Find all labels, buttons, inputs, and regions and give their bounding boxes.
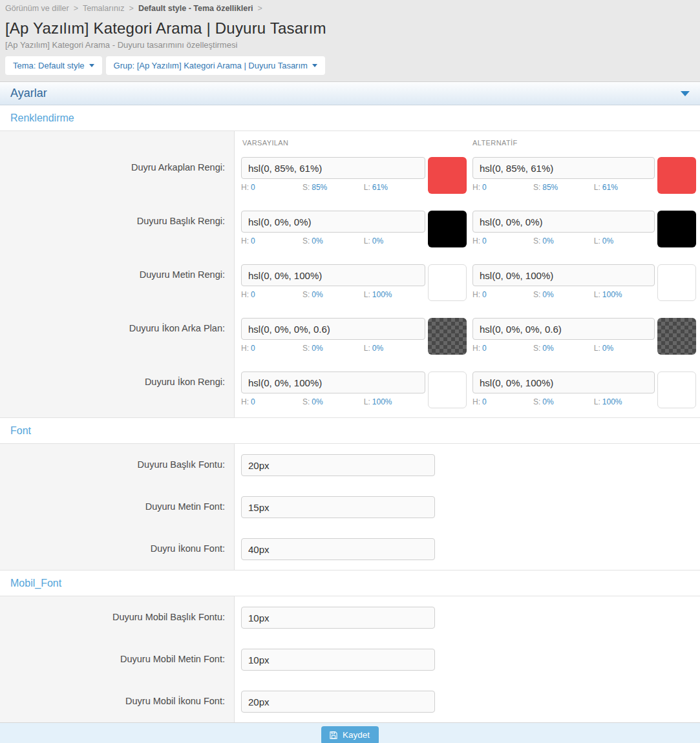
font-size-input[interactable] — [241, 691, 435, 713]
toolbar: Tema: Default style Grup: [Ap Yazılım] K… — [5, 56, 694, 81]
color-row-arkaplan: Duyru Arkaplan Rengi: H:0 S:85% L:61% — [0, 149, 700, 203]
color-input-default[interactable] — [241, 264, 425, 286]
save-floppy-icon — [329, 731, 338, 740]
color-swatch[interactable] — [657, 157, 696, 194]
color-input-alternate[interactable] — [472, 372, 655, 393]
font-size-input[interactable] — [241, 454, 435, 476]
font-size-input[interactable] — [241, 649, 435, 671]
section-title-mobil-font: Mobil_Font — [0, 570, 700, 596]
color-swatch[interactable] — [428, 211, 467, 247]
color-swatch[interactable] — [657, 372, 696, 408]
color-row-metin: Duyuru Metin Rengi: H:0 S:0% L:100% — [0, 256, 700, 310]
default-color-group: H:0 S:0% L:100% — [241, 264, 467, 310]
page-subtitle: [Ap Yazılım] Kategori Arama - Duyuru tas… — [5, 39, 694, 56]
breadcrumb: Görünüm ve diller>Temalarınız>Default st… — [5, 3, 694, 17]
mobil-font-row-baslik: Duyuru Mobil Başlık Fontu: — [0, 596, 700, 638]
font-row-baslik: Duyuru Başlık Fontu: — [0, 444, 700, 486]
default-color-group: H:0 S:0% L:100% — [241, 372, 467, 417]
page-title: [Ap Yazılım] Kategori Arama | Duyuru Tas… — [5, 17, 694, 39]
font-row-metin: Duyuru Metin Font: — [0, 486, 700, 528]
field-label: Duyuru Metin Rengi: — [0, 256, 235, 310]
color-input-default[interactable] — [241, 318, 425, 340]
color-swatch[interactable] — [428, 264, 467, 301]
color-row-ikon-arkaplan: Duyuru İkon Arka Plan: H:0 S:0% L:0% — [0, 310, 700, 364]
alternate-color-group: H:0 S:85% L:61% — [472, 157, 696, 203]
default-color-group: H:0 S:85% L:61% — [241, 157, 467, 203]
color-swatch[interactable] — [428, 157, 467, 194]
field-label: Duyuru Başlık Fontu: — [0, 444, 235, 486]
panel-header-ayarlar[interactable]: Ayarlar — [0, 82, 700, 105]
caret-down-icon — [89, 64, 94, 67]
color-input-alternate[interactable] — [472, 157, 655, 179]
panel-title: Ayarlar — [10, 87, 47, 100]
mobil-font-row-metin: Duyuru Mobil Metin Font: — [0, 638, 700, 680]
field-label: Duyru İkonu Font: — [0, 528, 235, 570]
save-button[interactable]: Kaydet — [321, 726, 379, 743]
breadcrumb-separator: > — [258, 4, 262, 13]
color-input-alternate[interactable] — [472, 264, 655, 286]
color-swatch[interactable] — [657, 264, 696, 301]
column-header-row: VARSAYILAN ALTERNATİF — [0, 131, 700, 149]
group-dropdown-button[interactable]: Grup: [Ap Yazılım] Kategori Arama | Duyu… — [106, 56, 325, 75]
color-input-alternate[interactable] — [472, 318, 655, 340]
breadcrumb-separator: > — [74, 4, 78, 13]
font-size-input[interactable] — [241, 538, 435, 560]
theme-dropdown-label: Tema: Default style — [13, 61, 85, 70]
breadcrumb-item[interactable]: Görünüm ve diller — [5, 4, 69, 13]
column-header-alternate: ALTERNATİF — [472, 139, 518, 147]
chevron-down-icon[interactable] — [681, 91, 690, 96]
color-input-default[interactable] — [241, 372, 425, 393]
field-label: Duyuru Mobil Metin Font: — [0, 638, 235, 680]
field-label: Duyuru Mobil Başlık Fontu: — [0, 596, 235, 638]
hsl-caption: H:0 S:0% L:0% — [472, 236, 655, 246]
color-input-alternate[interactable] — [472, 211, 655, 233]
page-header: Görünüm ve diller>Temalarınız>Default st… — [0, 0, 700, 81]
save-button-label: Kaydet — [343, 730, 370, 740]
color-swatch[interactable] — [657, 211, 696, 247]
hsl-caption: H:0 S:85% L:61% — [241, 183, 425, 192]
hsl-caption: H:0 S:0% L:100% — [241, 290, 425, 299]
hsl-caption: H:0 S:0% L:0% — [241, 236, 425, 246]
color-swatch[interactable] — [428, 372, 467, 408]
group-dropdown-label: Grup: [Ap Yazılım] Kategori Arama | Duyu… — [114, 61, 308, 70]
settings-panel: Ayarlar Renklendirme VARSAYILAN ALTERNAT… — [0, 81, 700, 743]
breadcrumb-separator: > — [129, 4, 134, 13]
hsl-caption: H:0 S:0% L:100% — [241, 397, 425, 406]
theme-dropdown-button[interactable]: Tema: Default style — [5, 56, 102, 75]
font-size-input[interactable] — [241, 496, 435, 518]
hsl-caption: H:0 S:0% L:100% — [472, 397, 655, 406]
alternate-color-group: H:0 S:0% L:100% — [472, 372, 696, 417]
field-label: Duyuru Başlık Rengi: — [0, 203, 235, 256]
hsl-caption: H:0 S:0% L:0% — [472, 344, 655, 353]
field-label: Duyru Arkaplan Rengi: — [0, 149, 235, 203]
color-input-default[interactable] — [241, 157, 425, 179]
field-label: Duyru Mobil İkonu Font: — [0, 680, 235, 722]
section-title-font: Font — [0, 417, 700, 444]
hsl-caption: H:0 S:0% L:100% — [472, 290, 655, 299]
default-color-group: H:0 S:0% L:0% — [241, 211, 467, 256]
breadcrumb-item[interactable]: Temalarınız — [83, 4, 125, 13]
label-column-spacer — [0, 131, 235, 149]
save-bar: Kaydet — [0, 722, 700, 743]
font-row-ikon: Duyru İkonu Font: — [0, 528, 700, 570]
alternate-color-group: H:0 S:0% L:100% — [472, 264, 696, 310]
field-label: Duyuru İkon Arka Plan: — [0, 310, 235, 364]
section-title-renklendirme: Renklendirme — [0, 105, 700, 131]
field-label: Duyuru İkon Rengi: — [0, 364, 235, 417]
column-header-default: VARSAYILAN — [241, 139, 472, 147]
alternate-color-group: H:0 S:0% L:0% — [472, 318, 696, 364]
mobil-font-row-ikon: Duyru Mobil İkonu Font: — [0, 680, 700, 722]
font-size-input[interactable] — [241, 607, 435, 629]
color-input-default[interactable] — [241, 211, 425, 233]
caret-down-icon — [312, 64, 317, 67]
alternate-color-group: H:0 S:0% L:0% — [472, 211, 696, 256]
field-label: Duyuru Metin Font: — [0, 486, 235, 528]
color-row-ikon-rengi: Duyuru İkon Rengi: H:0 S:0% L:100% — [0, 364, 700, 417]
hsl-caption: H:0 S:0% L:0% — [241, 344, 425, 353]
breadcrumb-current[interactable]: Default style - Tema özellikleri — [138, 4, 253, 13]
hsl-caption: H:0 S:85% L:61% — [472, 183, 655, 192]
color-row-baslik: Duyuru Başlık Rengi: H:0 S:0% L:0% — [0, 203, 700, 256]
default-color-group: H:0 S:0% L:0% — [241, 318, 467, 364]
color-swatch[interactable] — [428, 318, 467, 355]
color-swatch[interactable] — [657, 318, 696, 355]
